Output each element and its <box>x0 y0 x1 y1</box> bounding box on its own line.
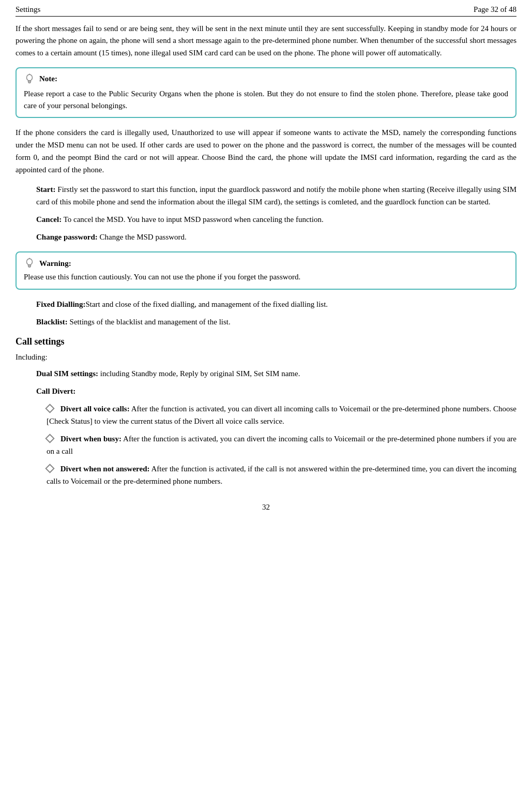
dual-sim-text: including Standby mode, Reply by origina… <box>98 369 300 378</box>
call-settings-heading: Call settings <box>16 336 516 347</box>
cancel-label: Cancel: <box>36 215 62 224</box>
msd-paragraph: If the phone considers the card is illeg… <box>16 126 516 176</box>
change-text: Change the MSD password. <box>98 233 187 241</box>
header-page: Page 32 of 48 <box>474 5 516 14</box>
diamond-icon-1 <box>45 404 54 413</box>
intro-paragraph: If the short messages fail to send or ar… <box>16 23 516 59</box>
svg-point-4 <box>27 259 33 265</box>
divert-all-label: Divert all voice calls: <box>60 405 130 413</box>
page-container: Settings Page 32 of 48 If the short mess… <box>0 0 532 804</box>
dual-sim-label: Dual SIM settings: <box>36 369 98 378</box>
warning-bell-icon <box>24 258 35 269</box>
divert-all-paragraph: Divert all voice calls: After the functi… <box>47 403 516 427</box>
note-body: Please report a case to the Public Secur… <box>24 88 508 112</box>
svg-point-0 <box>27 75 33 81</box>
blacklist-label: Blacklist: <box>36 318 68 326</box>
diamond-icon-2 <box>45 434 54 443</box>
bell-icon <box>24 73 35 85</box>
blacklist-paragraph: Blacklist: Settings of the blacklist and… <box>36 316 516 328</box>
svg-point-3 <box>28 82 31 83</box>
note-title: Note: <box>24 73 508 85</box>
warning-label: Warning: <box>39 259 71 268</box>
cancel-text: To cancel the MSD. You have to input MSD… <box>62 215 324 224</box>
footer-bar: 32 <box>16 503 516 512</box>
dual-sim-paragraph: Dual SIM settings: including Standby mod… <box>36 367 516 380</box>
fixed-dialling-paragraph: Fixed Dialling:Start and close of the fi… <box>36 298 516 310</box>
fixed-dialling-label: Fixed Dialling: <box>36 300 85 308</box>
including-text: Including: <box>16 351 516 363</box>
change-password-paragraph: Change password: Change the MSD password… <box>36 231 516 243</box>
blacklist-text: Settings of the blacklist and management… <box>68 318 231 326</box>
divert-not-answered-paragraph: Divert when not answered: After the func… <box>47 463 516 487</box>
warning-box: Warning: Please use this function cautio… <box>16 251 516 289</box>
start-label: Start: <box>36 185 56 193</box>
cancel-paragraph: Cancel: To cancel the MSD. You have to i… <box>36 213 516 226</box>
change-label: Change password: <box>36 233 98 241</box>
note-box: Note: Please report a case to the Public… <box>16 67 516 118</box>
divert-busy-paragraph: Divert when busy: After the function is … <box>47 433 516 457</box>
divert-not-answered-label: Divert when not answered: <box>60 465 150 473</box>
start-paragraph: Start: Firstly set the password to start… <box>36 183 516 208</box>
call-divert-label: Call Divert: <box>36 387 75 395</box>
diamond-icon-3 <box>45 464 54 473</box>
svg-point-7 <box>28 266 31 267</box>
warning-title: Warning: <box>24 258 508 269</box>
header-bar: Settings Page 32 of 48 <box>16 5 516 17</box>
fixed-dialling-text: Start and close of the fixed dialling, a… <box>85 300 328 308</box>
footer-page-number: 32 <box>262 503 270 511</box>
call-divert-paragraph: Call Divert: <box>36 385 516 397</box>
warning-body: Please use this function cautiously. You… <box>24 271 508 283</box>
start-text: Firstly set the password to start this f… <box>36 185 516 206</box>
divert-busy-label: Divert when busy: <box>60 435 121 443</box>
note-label: Note: <box>39 75 57 83</box>
header-title: Settings <box>16 5 40 14</box>
